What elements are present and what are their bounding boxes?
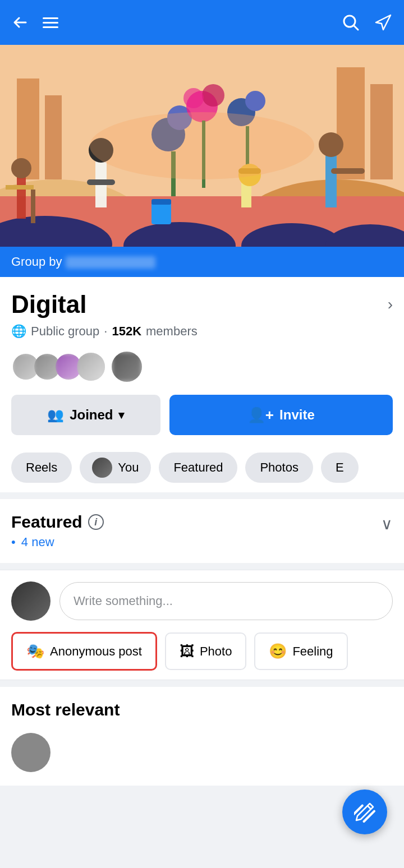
svg-line-1 bbox=[354, 25, 358, 30]
new-count: 4 new bbox=[21, 535, 54, 549]
group-title: Digital bbox=[11, 290, 86, 318]
joined-icon: 👥 bbox=[47, 407, 64, 423]
tab-photos[interactable]: Photos bbox=[245, 453, 313, 483]
featured-collapse-icon[interactable]: ∨ bbox=[381, 513, 393, 533]
divider-2 bbox=[0, 563, 404, 570]
top-navigation bbox=[0, 0, 404, 45]
svg-rect-17 bbox=[31, 190, 35, 223]
feeling-button[interactable]: 😊 Feeling bbox=[254, 632, 347, 670]
featured-title-row: Featured i bbox=[11, 513, 104, 532]
feeling-icon: 😊 bbox=[269, 643, 287, 660]
most-relevant-section: Most relevant bbox=[0, 687, 404, 786]
featured-new-count: • 4 new bbox=[11, 535, 104, 550]
svg-rect-37 bbox=[152, 202, 171, 224]
group-expand-icon[interactable]: › bbox=[388, 296, 393, 313]
tab-reels[interactable]: Reels bbox=[11, 453, 72, 483]
action-buttons: 👥 Joined ▾ 👤+ Invite bbox=[11, 395, 393, 435]
svg-point-26 bbox=[183, 88, 204, 108]
dropdown-icon: ▾ bbox=[118, 408, 124, 422]
svg-point-39 bbox=[90, 112, 314, 179]
write-something-input[interactable]: Write something... bbox=[59, 582, 393, 620]
divider-1 bbox=[0, 492, 404, 499]
invite-button[interactable]: 👤+ Invite bbox=[169, 395, 393, 435]
cover-image bbox=[0, 45, 404, 247]
share-button[interactable] bbox=[374, 13, 393, 32]
group-by-bar: Group by bbox=[0, 247, 404, 277]
more-label: E bbox=[336, 460, 344, 475]
post-actions: 🎭 Anonymous post 🖼 Photo 😊 Feeling bbox=[0, 632, 404, 680]
invite-label: Invite bbox=[279, 407, 315, 423]
menu-button[interactable] bbox=[43, 17, 58, 28]
featured-label: Featured bbox=[173, 460, 223, 475]
photos-label: Photos bbox=[260, 460, 299, 475]
nav-left bbox=[11, 13, 58, 31]
svg-point-15 bbox=[11, 158, 31, 178]
tab-you[interactable]: You bbox=[80, 452, 151, 483]
svg-rect-12 bbox=[337, 67, 365, 179]
compose-icon bbox=[354, 801, 375, 823]
group-title-row: Digital › bbox=[11, 290, 393, 318]
reels-label: Reels bbox=[26, 460, 57, 475]
invite-icon: 👤+ bbox=[247, 407, 274, 424]
back-button[interactable] bbox=[11, 13, 29, 31]
photo-button[interactable]: 🖼 Photo bbox=[165, 632, 247, 670]
joined-button[interactable]: 👥 Joined ▾ bbox=[11, 395, 160, 435]
svg-rect-11 bbox=[45, 95, 62, 179]
separator: · bbox=[104, 324, 107, 339]
svg-rect-16 bbox=[6, 185, 34, 190]
info-icon[interactable]: i bbox=[88, 514, 104, 530]
tab-featured[interactable]: Featured bbox=[159, 453, 237, 483]
svg-point-35 bbox=[319, 132, 343, 157]
svg-rect-14 bbox=[17, 174, 26, 219]
group-by-label: Group by bbox=[11, 255, 62, 269]
most-relevant-title: Most relevant bbox=[11, 700, 120, 719]
group-info-section: Digital › 🌐 Public group · 152K members … bbox=[0, 277, 404, 492]
svg-point-25 bbox=[202, 84, 224, 107]
tab-more[interactable]: E bbox=[321, 453, 359, 483]
joined-label: Joined bbox=[70, 407, 113, 423]
member-avatars bbox=[11, 350, 393, 384]
group-type: Public group bbox=[31, 324, 99, 339]
post-author-avatar bbox=[11, 733, 50, 772]
photo-icon: 🖼 bbox=[180, 643, 194, 660]
nav-right bbox=[341, 13, 393, 32]
filter-tabs: Reels You Featured Photos E bbox=[11, 446, 393, 492]
featured-title: Featured bbox=[11, 513, 82, 532]
anonymous-post-button[interactable]: 🎭 Anonymous post bbox=[11, 632, 157, 671]
svg-rect-13 bbox=[370, 84, 393, 179]
avatar bbox=[75, 351, 107, 382]
user-avatar bbox=[11, 581, 50, 621]
you-avatar bbox=[92, 458, 112, 478]
svg-rect-36 bbox=[331, 168, 365, 174]
group-meta: 🌐 Public group · 152K members bbox=[11, 324, 393, 339]
write-placeholder: Write something... bbox=[74, 594, 173, 608]
you-label: You bbox=[118, 460, 139, 475]
featured-header: Featured i • 4 new ∨ bbox=[11, 513, 393, 550]
featured-left: Featured i • 4 new bbox=[11, 513, 104, 550]
avatar bbox=[110, 350, 144, 384]
members-label: members bbox=[146, 324, 198, 339]
featured-section: Featured i • 4 new ∨ bbox=[0, 499, 404, 563]
member-count: 152K bbox=[112, 324, 141, 339]
globe-icon: 🌐 bbox=[11, 324, 26, 339]
feeling-label: Feeling bbox=[292, 644, 333, 659]
group-by-name bbox=[66, 256, 155, 269]
svg-point-29 bbox=[245, 91, 265, 111]
search-button[interactable] bbox=[341, 13, 360, 32]
photo-label: Photo bbox=[200, 644, 232, 659]
svg-rect-20 bbox=[87, 179, 115, 185]
anonymous-label: Anonymous post bbox=[50, 644, 142, 659]
svg-rect-34 bbox=[325, 151, 337, 207]
anonymous-icon: 🎭 bbox=[26, 643, 44, 660]
dot-icon: • bbox=[11, 535, 16, 549]
post-input-area: Write something... bbox=[0, 570, 404, 632]
compose-fab[interactable] bbox=[342, 789, 387, 834]
svg-rect-38 bbox=[152, 199, 171, 205]
